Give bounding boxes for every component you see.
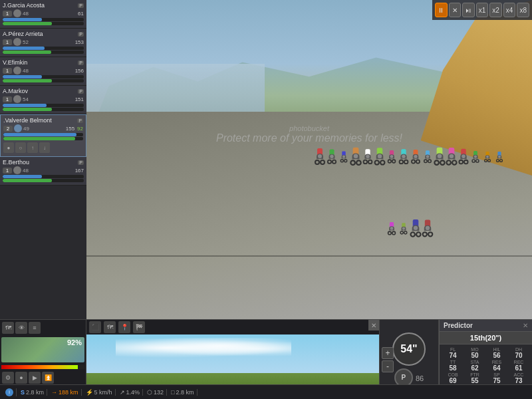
rider-num1-0: 1: [3, 11, 12, 17]
status-speed: ⚡ 5 km/h: [83, 389, 116, 396]
ctrl-btn-1[interactable]: ⚙: [2, 372, 14, 384]
rider-bar2-4: [3, 137, 83, 140]
cyclists-group: [309, 96, 510, 239]
rider-name-3: A.Markov: [3, 88, 28, 94]
rider-val1-2: 48: [23, 68, 29, 74]
minimap-display: 92%: [1, 337, 84, 362]
predictor-stat-fl: FL 74: [442, 347, 464, 359]
predictor-stat-cob: COB 69: [442, 372, 464, 384]
profile-btn-2[interactable]: 🗺: [104, 321, 116, 333]
play-button[interactable]: ⏯: [462, 3, 475, 17]
rider-list: J.Garcia Acosta P 1 48 61 A.Pérez Arriet…: [0, 0, 86, 186]
cyclist-figure: [410, 219, 421, 239]
rider-panel-0[interactable]: J.Garcia Acosta P 1 48 61: [0, 0, 86, 29]
rider-bar1-4: [3, 133, 83, 136]
speed-icon: ⚡: [86, 389, 93, 396]
rider-bar2-1: [3, 51, 84, 54]
predictor-stat-acc: ACC 73: [508, 372, 529, 384]
rider-ctrl-btn-↑-4[interactable]: ↑: [27, 142, 38, 153]
status-remaining: □ 2.8 km: [168, 389, 197, 396]
pause-button[interactable]: ⏸: [435, 3, 448, 17]
rider-ctrl-btn-●-4[interactable]: ●: [3, 142, 14, 153]
rider-bar2-5: [3, 179, 84, 182]
predictor-stat-tt: TT 58: [442, 360, 464, 372]
minimap-btn-map[interactable]: 🗺: [2, 322, 14, 334]
rider-val2-2: 156: [75, 68, 84, 74]
rider-icon-0: [13, 9, 21, 17]
zoom-in-button[interactable]: +: [382, 347, 394, 359]
power-value: 86: [416, 374, 424, 382]
remaining-icon: □: [171, 389, 174, 396]
ctrl-btn-2[interactable]: ●: [15, 372, 27, 384]
rider-ctrl-btn-○-4[interactable]: ○: [15, 142, 26, 153]
profile-btn-3[interactable]: 📍: [118, 321, 130, 333]
rider-controls-4: ●○↑↓: [3, 141, 83, 154]
info-icon: i: [5, 388, 13, 396]
cyclist-figure: [446, 148, 457, 168]
game-viewport: photobucket Protect more of your memorie…: [86, 0, 532, 319]
rider-badge-5: P: [78, 160, 84, 165]
power-icon-status: ⬡: [147, 389, 152, 396]
predictor-stat-ftr: FTR 55: [464, 372, 485, 384]
cyclist-figure: [387, 150, 396, 165]
minimap-btn-list[interactable]: ≡: [29, 322, 41, 334]
rider-val2-5: 167: [75, 168, 84, 174]
status-dist-total-val: 188 km: [59, 389, 78, 396]
rider-badge-2: P: [78, 61, 84, 65]
speed-x2-button[interactable]: x2: [489, 3, 502, 17]
rider-bar2-0: [3, 22, 84, 25]
predictor-position: 15th(20"): [440, 332, 532, 344]
predictor-stat-hil: HIL 56: [486, 347, 507, 359]
rider-val1-5: 48: [23, 168, 29, 174]
rider-panel-2[interactable]: V.Efimkin P 1 48 156: [0, 57, 86, 86]
profile-clouds: [116, 338, 291, 358]
rider-icon-3: [13, 95, 21, 103]
cyclist-figure: [411, 150, 420, 166]
rider-bar1-3: [3, 104, 84, 107]
zoom-out-button[interactable]: -: [382, 360, 394, 372]
cyclist-figure: [340, 152, 347, 164]
minimap-btn-view[interactable]: 👁: [15, 322, 27, 334]
rider-badge-1: P: [78, 32, 84, 37]
status-distance-s: S 2.8 km: [18, 389, 47, 396]
stop-button[interactable]: ✕: [449, 3, 462, 17]
cyclist-figure: [315, 148, 325, 167]
cyclist-figure: [362, 149, 372, 166]
rider-val2-3: 151: [75, 96, 84, 102]
cyclist-figure: [388, 222, 396, 237]
profile-btn-4[interactable]: 🏁: [133, 321, 145, 333]
predictor-close-button[interactable]: ✕: [523, 322, 528, 329]
profile-btn-1[interactable]: ⬛: [89, 321, 101, 333]
rider-name-0: J.Garcia Acosta: [3, 2, 45, 9]
energy-bar: [1, 365, 84, 369]
rider-panel-1[interactable]: A.Pérez Arrieta P 1 52 153: [0, 29, 86, 57]
predictor-stat-mo: MO 50: [464, 347, 485, 359]
rider-bar2-3: [3, 108, 84, 111]
rider-badge-3: P: [78, 89, 84, 94]
status-gradient: ↗ 1.4%: [117, 389, 144, 396]
rider-panel-3[interactable]: A.Markov P 1 54 151: [0, 86, 86, 114]
cyclist-figure: [398, 149, 408, 166]
predictor-stat-rec: REC 61: [508, 360, 529, 372]
ctrl-btn-4[interactable]: ⏫: [42, 372, 54, 384]
rider-badge-0: P: [78, 3, 84, 8]
cyclist-figure: [350, 148, 361, 168]
cyclist-figure: [484, 152, 491, 164]
close-profile-button[interactable]: ✕: [368, 320, 379, 331]
rider-num1-1: 1: [3, 39, 12, 45]
speed-x1-button[interactable]: x1: [476, 3, 489, 17]
rider-panel-5[interactable]: E.Berthou P 1 48 167: [0, 157, 86, 186]
status-power-val: 132: [154, 389, 164, 396]
rider-val2-4: 155: [66, 126, 74, 132]
rider-ctrl-btn-↓-4[interactable]: ↓: [39, 142, 50, 153]
rider-bar1-0: [3, 18, 84, 21]
speed-x8-button[interactable]: x8: [517, 3, 529, 17]
cyclist-figure: [374, 148, 385, 168]
rider-num1-4: 2: [3, 126, 13, 132]
rider-icon-2: [13, 66, 21, 74]
rider-panel-4[interactable]: .Valverde Belmont P 2 49 155 92 ●○↑↓: [0, 114, 86, 157]
speed-x4-button[interactable]: x4: [503, 3, 516, 17]
road-line: [86, 255, 532, 257]
cyclist-figure: [434, 148, 445, 168]
ctrl-btn-3[interactable]: ▶: [29, 372, 41, 384]
